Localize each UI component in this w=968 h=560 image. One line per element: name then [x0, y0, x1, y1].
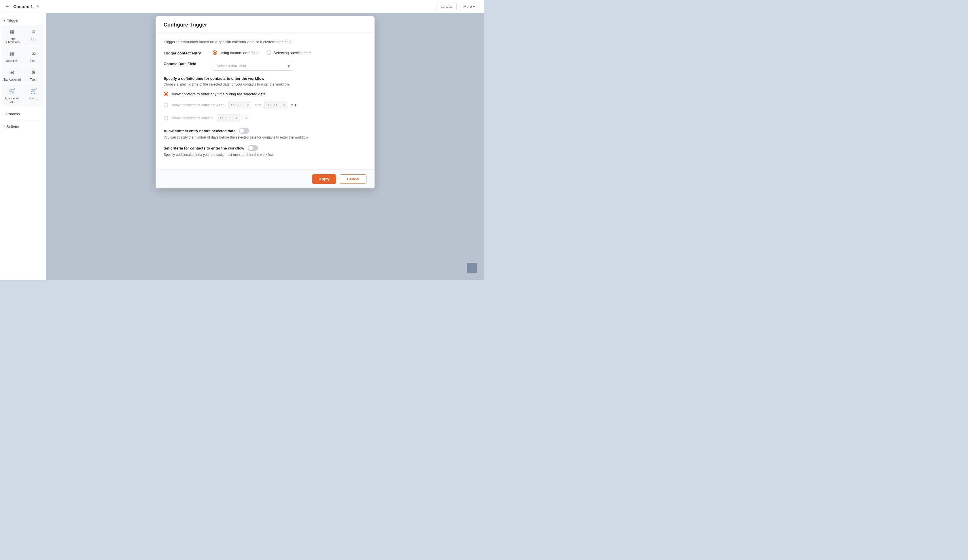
back-button[interactable]: ← — [5, 3, 10, 10]
top-bar: ← Custom 1 ✎ canvas More ▾ — [0, 0, 484, 13]
configure-trigger-modal: Configure Trigger Trigger this workflow … — [156, 16, 375, 188]
trigger-contact-entry-label: Trigger contact entry — [164, 50, 207, 55]
criteria-header: Set criteria for contacts to enter the w… — [164, 145, 366, 151]
abandoned-cart-icon: 🛒 — [8, 86, 17, 96]
canvas-area: Configure Trigger Trigger this workflow … — [46, 13, 484, 280]
tag2-label: Tag... — [30, 78, 37, 81]
criteria-toggle[interactable] — [248, 145, 258, 151]
sidebar-item-tag2[interactable]: ⊕ Tag... — [23, 65, 45, 84]
radio-using-custom-date[interactable]: Using custom date field — [213, 50, 259, 55]
more-button[interactable]: More ▾ — [459, 3, 479, 10]
allow-before-desc: You can specify the number of days befor… — [164, 135, 366, 139]
form-submission-icon: ▦ — [8, 27, 17, 36]
main-content: ▾ Trigger ▦ Form Submission ≡ Li... ▦ Da… — [0, 13, 484, 280]
time-end-select[interactable]: 17:00 — [264, 101, 287, 109]
date-field-select-wrapper: Select a date field — [213, 61, 293, 71]
purchase-icon: 🛒 — [29, 86, 38, 96]
allow-before-toggle[interactable] — [239, 128, 249, 134]
purchase-label: Purch... — [29, 97, 38, 100]
form-submission-label: Form Submission — [3, 38, 22, 44]
edit-icon[interactable]: ✎ — [36, 4, 40, 9]
time-start-select[interactable]: 09:00 — [228, 101, 251, 109]
sidebar-item-abandoned-cart[interactable]: 🛒 Abandoned cart — [2, 84, 23, 105]
time-start-wrapper: 09:00 — [228, 101, 251, 109]
sidebar-actions-section[interactable]: › Actions — [0, 123, 46, 130]
page-title: Custom 1 — [13, 4, 33, 9]
time-at-select[interactable]: 09:00 — [217, 114, 240, 122]
modal-overlay: Configure Trigger Trigger this workflow … — [46, 13, 484, 280]
timezone1-label: IST — [291, 103, 297, 107]
sidebar-process-label: Process — [6, 112, 20, 116]
radio-custom-date-label: Using custom date field — [220, 51, 259, 55]
sidebar-trigger-label: Trigger — [7, 18, 19, 22]
tag2-icon: ⊕ — [29, 68, 38, 77]
radio-specific-date-circle[interactable] — [267, 50, 271, 55]
and-label: and — [255, 103, 261, 107]
trigger-radio-group: Using custom date field Selecting specif… — [213, 50, 310, 55]
sidebar-grid: ▦ Form Submission ≡ Li... ▦ Date-field ✉… — [0, 25, 46, 105]
timezone2-label: IST — [244, 116, 249, 120]
email-label: Em... — [30, 59, 37, 63]
allow-before-header: Allow contact entry before selected date — [164, 128, 366, 134]
top-bar-right: canvas More ▾ — [436, 3, 479, 10]
at-time-option: Allow contacts to enter at 09:00 IST — [164, 114, 366, 122]
sidebar-item-form-submission[interactable]: ▦ Form Submission — [2, 25, 23, 46]
allow-before-row: Allow contact entry before selected date… — [164, 128, 366, 139]
date-field-label: Date-field — [6, 59, 18, 63]
radio-any-time-circle[interactable] — [164, 91, 168, 96]
sidebar-item-list[interactable]: ≡ Li... — [23, 25, 45, 46]
chevron-right-process-icon: › — [3, 112, 5, 116]
any-time-option: Allow contacts to enter any time during … — [164, 91, 366, 96]
chevron-right-actions-icon: › — [3, 124, 5, 128]
apply-button[interactable]: Apply — [312, 174, 336, 184]
specify-time-subtitle: Choose a specific time of the selected d… — [164, 82, 366, 86]
modal-title: Configure Trigger — [164, 22, 207, 28]
radio-at-circle[interactable] — [164, 116, 168, 121]
abandoned-cart-label: Abandoned cart — [3, 97, 22, 103]
sidebar-divider1 — [3, 108, 42, 108]
cancel-button[interactable]: Cancel — [340, 174, 366, 184]
radio-between-label: Allow contacts to enter between — [172, 103, 225, 107]
modal-intro: Trigger this workflow based on a specifi… — [164, 40, 366, 44]
sidebar-item-purchase[interactable]: 🛒 Purch... — [23, 84, 45, 105]
modal-header: Configure Trigger — [156, 16, 375, 33]
choose-date-field-row: Choose Date Field Select a date field — [164, 61, 366, 71]
sidebar-divider2 — [3, 120, 42, 121]
trigger-contact-entry-row: Trigger contact entry Using custom date … — [164, 50, 366, 55]
email-icon: ✉ — [29, 49, 38, 58]
specify-time-title: Specify a definite time for contacts to … — [164, 76, 366, 81]
tag-assigned-label: Tag Assigned — [4, 78, 21, 81]
radio-selecting-specific[interactable]: Selecting specific date — [267, 50, 310, 55]
specify-time-section: Specify a definite time for contacts to … — [164, 76, 366, 122]
modal-body: Trigger this workflow based on a specifi… — [156, 33, 375, 169]
sidebar-process-section[interactable]: › Process — [0, 110, 46, 118]
choose-date-field-label: Choose Date Field — [164, 61, 207, 66]
modal-footer: Apply Cancel — [156, 169, 375, 188]
chevron-down-icon: ▾ — [3, 18, 5, 22]
date-field-icon: ▦ — [8, 49, 17, 58]
radio-custom-date-circle[interactable] — [213, 50, 217, 55]
radio-at-label: Allow contacts to enter at — [172, 116, 214, 120]
list-icon: ≡ — [29, 27, 38, 36]
criteria-desc: Specify additional criteria your contact… — [164, 153, 366, 157]
radio-between-circle[interactable] — [164, 103, 168, 108]
sidebar-trigger-section[interactable]: ▾ Trigger — [0, 17, 46, 24]
sidebar: ▾ Trigger ▦ Form Submission ≡ Li... ▦ Da… — [0, 13, 46, 280]
sidebar-actions-label: Actions — [6, 124, 19, 128]
radio-specific-date-label: Selecting specific date — [273, 51, 310, 55]
canvas-button[interactable]: canvas — [436, 3, 457, 10]
time-at-wrapper: 09:00 — [217, 114, 240, 122]
sidebar-item-date-field[interactable]: ▦ Date-field — [2, 47, 23, 65]
tag-assigned-icon: ⊕ — [8, 68, 17, 77]
between-time-option: Allow contacts to enter between 09:00 an… — [164, 101, 366, 109]
date-field-select[interactable]: Select a date field — [213, 61, 293, 71]
radio-any-time-label: Allow contacts to enter any time during … — [172, 92, 266, 96]
sidebar-item-tag-assigned[interactable]: ⊕ Tag Assigned — [2, 65, 23, 84]
allow-before-label: Allow contact entry before selected date — [164, 129, 235, 133]
time-end-wrapper: 17:00 — [264, 101, 287, 109]
list-label: Li... — [31, 38, 36, 41]
criteria-row: Set criteria for contacts to enter the w… — [164, 145, 366, 157]
sidebar-item-email[interactable]: ✉ Em... — [23, 47, 45, 65]
criteria-label: Set criteria for contacts to enter the w… — [164, 146, 244, 151]
